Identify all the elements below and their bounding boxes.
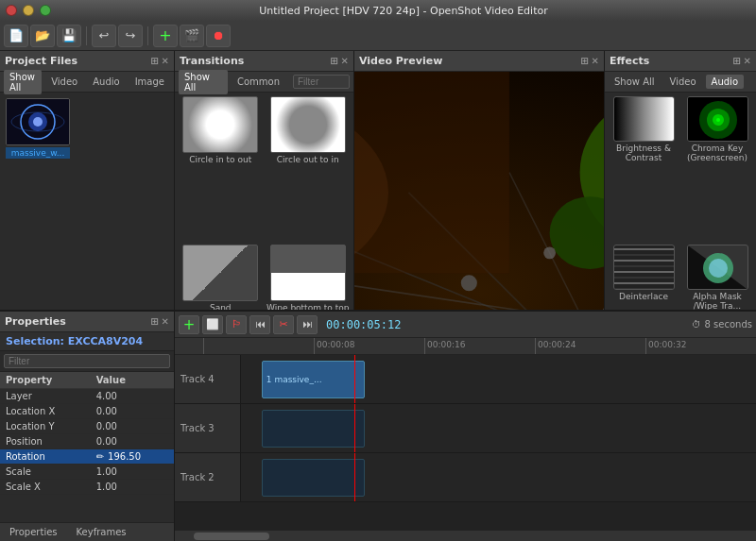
property-row[interactable]: Position0.00 bbox=[0, 434, 174, 449]
maximize-button[interactable] bbox=[40, 5, 51, 16]
tab-audio-files[interactable]: Audio bbox=[87, 75, 125, 89]
property-row[interactable]: Scale X1.00 bbox=[0, 480, 174, 495]
timeline-scrollbar[interactable] bbox=[175, 530, 756, 541]
timeline-split-button[interactable]: ✂ bbox=[273, 315, 294, 334]
transition-item-circle-out-in[interactable]: Circle out to in bbox=[266, 96, 351, 241]
effects-header: Effects ⊞ ✕ bbox=[605, 51, 756, 72]
clip-label: 1 massive_... bbox=[266, 375, 322, 384]
tab-audio-effects[interactable]: Audio bbox=[706, 75, 744, 89]
transitions-close-icon[interactable]: ✕ bbox=[341, 56, 349, 66]
save-button[interactable]: 💾 bbox=[57, 25, 81, 47]
new-button[interactable]: 📄 bbox=[4, 25, 28, 47]
track-clip-3[interactable] bbox=[262, 410, 365, 448]
track-content-4[interactable]: 1 massive_... bbox=[241, 355, 756, 403]
properties-title: Properties bbox=[5, 315, 66, 328]
svg-point-3 bbox=[33, 117, 43, 127]
property-row[interactable]: Rotation✏196.50 bbox=[0, 449, 174, 465]
tab-show-all-files[interactable]: Show All bbox=[4, 70, 42, 94]
redo-button[interactable]: ↪ bbox=[118, 25, 143, 47]
panel-close-icon[interactable]: ✕ bbox=[162, 56, 169, 66]
tab-show-all-effects[interactable]: Show All bbox=[609, 75, 661, 89]
properties-filter-input[interactable] bbox=[4, 354, 170, 368]
import-button[interactable]: 🎬 bbox=[180, 25, 204, 47]
property-value: ✏196.50 bbox=[91, 449, 174, 465]
tab-common-transitions[interactable]: Common bbox=[232, 75, 285, 89]
timeline-add-button[interactable]: + bbox=[179, 315, 199, 334]
duration-value: 8 seconds bbox=[705, 319, 752, 330]
toolbar-separator bbox=[86, 26, 87, 45]
properties-menu-icon[interactable]: ⊞ bbox=[150, 316, 158, 327]
track-label-4: Track 4 bbox=[175, 355, 241, 403]
property-row[interactable]: Layer4.00 bbox=[0, 389, 174, 404]
transition-label: Circle out to in bbox=[277, 155, 339, 164]
toolbar-separator-2 bbox=[147, 26, 148, 45]
track-content-2[interactable] bbox=[241, 453, 756, 501]
timeline-remove-button[interactable]: ⬜ bbox=[202, 315, 223, 334]
effect-label-alphamask: Alpha Mask/Wipe Tra... bbox=[693, 292, 742, 311]
close-button[interactable] bbox=[6, 5, 17, 16]
tab-keyframes[interactable]: Keyframes bbox=[67, 525, 136, 539]
transitions-header: Transitions ⊞ ✕ bbox=[175, 51, 353, 72]
ruler-marks: 00:00:08 00:00:16 00:00:24 00:00:32 bbox=[175, 338, 756, 354]
track-content-3[interactable] bbox=[241, 404, 756, 452]
tab-image-files[interactable]: Image bbox=[129, 75, 170, 89]
properties-header: Properties ⊞ ✕ bbox=[0, 312, 174, 332]
property-row[interactable]: Scale1.00 bbox=[0, 465, 174, 480]
property-row[interactable]: Location Y0.00 bbox=[0, 419, 174, 434]
effect-thumb-deinterlace bbox=[613, 245, 675, 290]
record-button[interactable]: ⏺ bbox=[206, 25, 231, 47]
effect-thumb-alphamask bbox=[687, 245, 748, 290]
scrollbar-thumb[interactable] bbox=[194, 533, 269, 540]
transition-thumb-wipe-bottom bbox=[270, 245, 346, 301]
file-label: massive_w... bbox=[6, 147, 70, 159]
tab-properties[interactable]: Properties bbox=[0, 525, 67, 539]
timeline-end-button[interactable]: ⏭ bbox=[297, 315, 318, 334]
effects-close-icon[interactable]: ✕ bbox=[744, 56, 751, 66]
tab-video-effects[interactable]: Video bbox=[664, 75, 702, 89]
file-item[interactable]: massive_w... bbox=[6, 98, 70, 159]
video-preview-menu-icon[interactable]: ⊞ bbox=[580, 56, 588, 66]
property-value: 0.00 bbox=[91, 419, 174, 434]
panel-header-icons: ⊞ ✕ bbox=[150, 56, 169, 66]
open-button[interactable]: 📂 bbox=[30, 25, 55, 47]
panel-menu-icon[interactable]: ⊞ bbox=[150, 56, 158, 66]
undo-button[interactable]: ↩ bbox=[92, 25, 116, 47]
transitions-menu-icon[interactable]: ⊞ bbox=[330, 56, 337, 66]
property-name: Location X bbox=[0, 404, 91, 419]
transitions-title: Transitions bbox=[180, 55, 244, 67]
transitions-filter-input[interactable] bbox=[293, 75, 350, 89]
effects-tabbar: Show All Video Audio bbox=[605, 72, 756, 93]
file-thumbnail bbox=[6, 98, 70, 145]
project-files-tabbar: Show All Video Audio Image bbox=[0, 72, 174, 93]
property-name: Location Y bbox=[0, 419, 91, 434]
effects-title: Effects bbox=[610, 55, 649, 67]
tab-video-files[interactable]: Video bbox=[45, 75, 83, 89]
add-button[interactable]: + bbox=[153, 25, 178, 47]
tab-show-all-transitions[interactable]: Show All bbox=[179, 70, 228, 94]
property-name: Scale bbox=[0, 465, 91, 480]
titlebar: Untitled Project [HDV 720 24p] - OpenSho… bbox=[0, 0, 756, 21]
property-row[interactable]: Location X0.00 bbox=[0, 404, 174, 419]
effects-menu-icon[interactable]: ⊞ bbox=[732, 56, 740, 66]
property-name: Layer bbox=[0, 389, 91, 404]
playhead bbox=[354, 355, 355, 403]
properties-close-icon[interactable]: ✕ bbox=[162, 316, 169, 327]
video-preview-close-icon[interactable]: ✕ bbox=[592, 56, 599, 66]
properties-table: Property Value Layer4.00Location X0.00Lo… bbox=[0, 372, 174, 522]
effect-label-chroma: Chroma Key(Greenscreen) bbox=[687, 144, 747, 162]
playhead-2 bbox=[354, 453, 355, 501]
timeline-flag-button[interactable]: 🏳 bbox=[226, 315, 247, 334]
col-property: Property bbox=[0, 372, 91, 389]
minimize-button[interactable] bbox=[23, 5, 34, 16]
effects-panel-icons: ⊞ ✕ bbox=[732, 56, 751, 66]
properties-filter bbox=[0, 351, 174, 372]
timeline-start-button[interactable]: ⏮ bbox=[249, 315, 270, 334]
track-clip-2[interactable] bbox=[262, 459, 365, 497]
track-row-4: Track 4 1 massive_... bbox=[175, 355, 756, 404]
track-clip-massive[interactable]: 1 massive_... bbox=[262, 361, 365, 398]
transition-item-circle-in-out[interactable]: Circle in to out bbox=[179, 96, 263, 241]
window-title: Untitled Project [HDV 720 24p] - OpenSho… bbox=[57, 5, 750, 17]
effect-item-chroma[interactable]: Chroma Key(Greenscreen) bbox=[682, 96, 752, 241]
effect-thumb-chroma bbox=[687, 96, 748, 142]
effect-item-brightness[interactable]: Brightness &Contrast bbox=[609, 96, 679, 241]
